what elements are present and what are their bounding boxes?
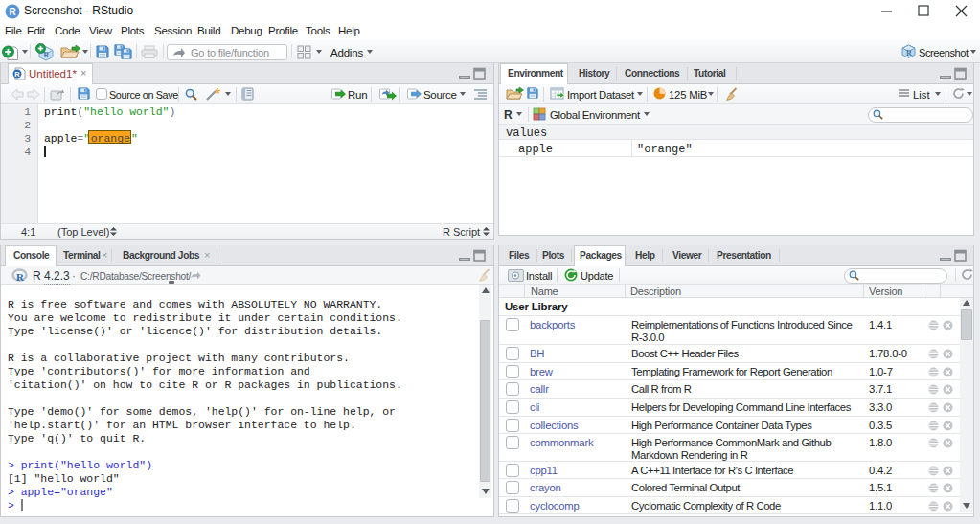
svg-text:R: R bbox=[44, 51, 50, 59]
svg-text:R: R bbox=[14, 70, 20, 79]
svg-text:R: R bbox=[16, 271, 25, 283]
svg-text:R: R bbox=[9, 7, 16, 17]
svg-text:R: R bbox=[906, 49, 912, 57]
